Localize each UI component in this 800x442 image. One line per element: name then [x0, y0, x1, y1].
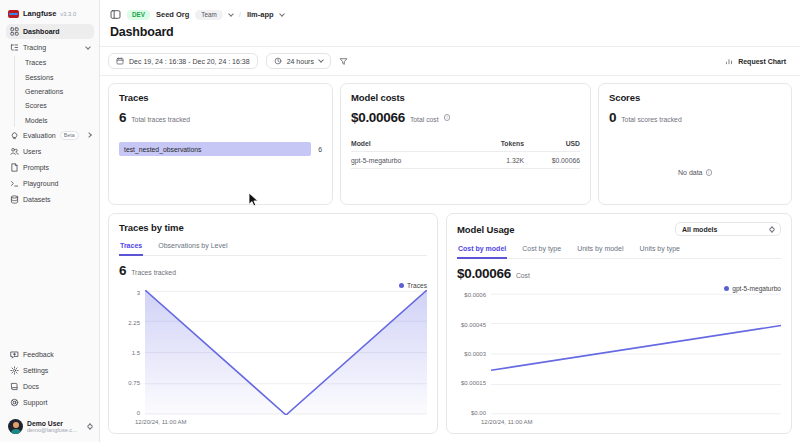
- card-model-costs: Model costs $0.00066 Total cost i Model …: [340, 83, 591, 205]
- user-email: demo@langfuse.c...: [27, 427, 77, 433]
- app-version: v3.3.0: [60, 11, 76, 17]
- sidebar-item-label: Tracing: [23, 44, 46, 51]
- card-traces: Traces 6 Total traces tracked test_neste…: [108, 83, 333, 205]
- chart-legend: gpt-5-megaturbo: [457, 284, 781, 292]
- bar-fill: test_nested_observations: [119, 142, 311, 156]
- env-badge: DEV: [127, 10, 150, 20]
- traces-by-time-tabs: Traces Observations by Level: [119, 239, 427, 256]
- plot-area[interactable]: [145, 290, 427, 415]
- total-cost-value: $0.00066: [351, 110, 405, 125]
- sidebar-item-feedback[interactable]: Feedback: [6, 347, 94, 362]
- dashboard-grid-icon: [10, 27, 19, 36]
- calendar-icon: [116, 57, 124, 65]
- sidebar-item-users[interactable]: Users: [6, 144, 94, 159]
- chevron-down-icon[interactable]: [228, 11, 234, 17]
- sidebar-item-label: Docs: [23, 383, 39, 390]
- project-name[interactable]: llm-app: [247, 10, 274, 19]
- traces-total-label: Total traces tracked: [131, 116, 190, 123]
- tracing-submenu: Traces Sessions Generations Scores Model…: [14, 56, 94, 127]
- sidebar-item-datasets[interactable]: Datasets: [6, 192, 94, 207]
- file-icon: [10, 163, 19, 172]
- traces-by-time-chart: 3 2.25 1.5 0.75 0: [119, 290, 427, 425]
- info-icon[interactable]: i: [706, 169, 713, 176]
- sidebar-toggle-icon[interactable]: [110, 6, 121, 24]
- chevron-right-icon: [86, 133, 92, 139]
- user-menu[interactable]: Demo User demo@langfuse.c...: [6, 415, 94, 436]
- sidebar-item-docs[interactable]: Docs: [6, 379, 94, 394]
- filter-funnel-icon[interactable]: [339, 52, 348, 70]
- topbar: DEV Seed Org Team / llm-app: [100, 0, 800, 22]
- tab-cost-by-model[interactable]: Cost by model: [457, 242, 507, 259]
- sidebar-item-tracing[interactable]: Tracing: [6, 40, 94, 55]
- sidebar-nav: Dashboard Tracing Traces Sessions Genera…: [6, 24, 94, 207]
- sidebar-item-label: Dashboard: [23, 28, 60, 35]
- card-title: Scores: [609, 92, 781, 103]
- plot-area[interactable]: [491, 293, 781, 415]
- lifebuoy-icon: [10, 398, 19, 407]
- select-value: All models: [682, 226, 717, 233]
- model-tokens: 1.32K: [472, 157, 524, 164]
- sidebar-item-label: Evaluation: [23, 132, 56, 139]
- model-name: gpt-5-megaturbo: [351, 157, 472, 164]
- interval-select[interactable]: 24 hours: [266, 53, 331, 69]
- x-axis-label: 12/20/24, 11:00 AM: [457, 415, 781, 425]
- cost-label: Cost: [516, 272, 530, 279]
- tab-traces[interactable]: Traces: [119, 239, 143, 256]
- chevron-updown-icon: [770, 227, 774, 232]
- date-range-picker[interactable]: Dec 19, 24 : 16:38 - Dec 20, 24 : 16:38: [108, 53, 258, 69]
- user-name: Demo User: [27, 420, 77, 427]
- tab-observations-by-level[interactable]: Observations by Level: [157, 239, 228, 255]
- sidebar-item-models[interactable]: Models: [22, 114, 94, 127]
- chart-legend: Traces: [119, 281, 427, 289]
- database-icon: [10, 195, 19, 204]
- sidebar-bottom-nav: Feedback Settings Docs Support: [6, 347, 94, 436]
- sidebar-item-generations[interactable]: Generations: [22, 85, 94, 98]
- info-icon[interactable]: i: [444, 114, 451, 121]
- bar-chart-icon: [725, 57, 733, 65]
- sidebar-item-traces[interactable]: Traces: [22, 56, 94, 69]
- filter-bar: Dec 19, 24 : 16:38 - Dec 20, 24 : 16:38 …: [100, 46, 800, 76]
- sidebar-item-support[interactable]: Support: [6, 395, 94, 410]
- model-cost-table: Model Tokens USD gpt-5-megaturbo 1.32K $…: [351, 135, 580, 169]
- chevron-down-icon: [85, 44, 91, 50]
- sidebar-item-label: Settings: [23, 367, 48, 374]
- card-model-usage: Model Usage All models Cost by model Cos…: [446, 213, 792, 434]
- book-icon: [10, 382, 19, 391]
- bar-value: 6: [318, 146, 322, 153]
- scores-total-value: 0: [609, 110, 616, 125]
- sidebar-item-scores[interactable]: Scores: [22, 99, 94, 112]
- traces-tracked-value: 6: [119, 263, 126, 278]
- sidebar-item-sessions[interactable]: Sessions: [22, 70, 94, 83]
- org-name[interactable]: Seed Org: [156, 10, 189, 19]
- sidebar-item-dashboard[interactable]: Dashboard: [6, 24, 94, 39]
- card-title: Traces: [119, 92, 322, 103]
- sidebar-item-label: Datasets: [23, 196, 51, 203]
- tab-cost-by-type[interactable]: Cost by type: [521, 242, 562, 258]
- sidebar-item-settings[interactable]: Settings: [6, 363, 94, 378]
- total-cost-label: Total cost: [410, 116, 439, 123]
- mouse-cursor: [248, 192, 260, 208]
- card-title: Traces by time: [119, 222, 427, 233]
- legend-label: Traces: [407, 282, 427, 289]
- model-filter-select[interactable]: All models: [675, 222, 781, 236]
- chevron-down-icon[interactable]: [279, 11, 285, 17]
- tab-units-by-type[interactable]: Units by type: [638, 242, 680, 258]
- cost-value: $0.00066: [457, 266, 511, 281]
- request-chart-button[interactable]: Request Chart: [719, 54, 792, 68]
- message-plus-icon: [10, 350, 19, 359]
- org-role-pill: Team: [195, 10, 222, 20]
- app-window: Langfuse v3.3.0 Dashboard Tracing Traces: [0, 0, 800, 442]
- empty-state: No data i: [678, 169, 712, 176]
- sidebar-item-prompts[interactable]: Prompts: [6, 160, 94, 175]
- langfuse-logo-icon: [8, 10, 19, 18]
- tab-units-by-model[interactable]: Units by model: [576, 242, 624, 258]
- trace-name-bar[interactable]: test_nested_observations 6: [119, 142, 322, 156]
- sidebar-item-label: Playground: [23, 180, 58, 187]
- users-icon: [10, 147, 19, 156]
- sidebar-item-label: Feedback: [23, 351, 54, 358]
- sidebar-item-label: Users: [23, 148, 41, 155]
- table-header: Model Tokens USD: [351, 135, 580, 152]
- sidebar-item-playground[interactable]: Playground: [6, 176, 94, 191]
- page-title: Dashboard: [100, 22, 800, 46]
- sidebar-item-evaluation[interactable]: Evaluation Beta: [6, 128, 94, 143]
